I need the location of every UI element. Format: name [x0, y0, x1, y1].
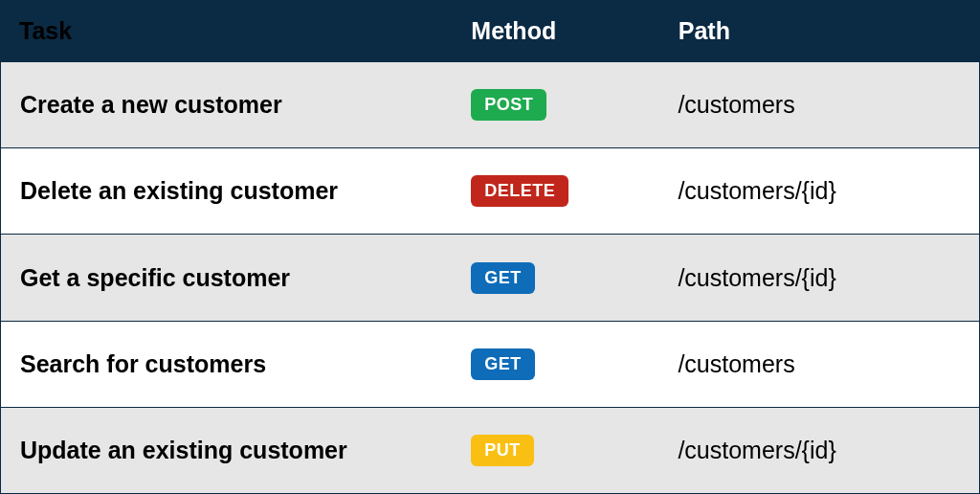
api-endpoints-table: Task Method Path Create a new customer P…: [0, 0, 980, 494]
table-row: Get a specific customer GET /customers/{…: [0, 235, 980, 321]
path-cell: /customers/{id}: [678, 177, 960, 205]
method-badge-get: GET: [471, 262, 535, 294]
header-path: Path: [679, 17, 961, 45]
method-cell: GET: [471, 262, 678, 294]
table-row: Update an existing customer PUT /custome…: [0, 408, 980, 494]
table-header: Task Method Path: [0, 0, 980, 62]
task-cell: Update an existing customer: [20, 437, 471, 464]
method-cell: DELETE: [471, 175, 678, 207]
method-badge-get: GET: [471, 348, 535, 380]
method-cell: GET: [471, 348, 678, 380]
task-cell: Search for customers: [20, 350, 471, 378]
table-row: Delete an existing customer DELETE /cust…: [0, 148, 980, 235]
path-cell: /customers/{id}: [678, 264, 960, 292]
method-badge-delete: DELETE: [471, 175, 568, 207]
task-cell: Get a specific customer: [20, 264, 471, 292]
path-cell: /customers: [678, 91, 960, 119]
table-row: Search for customers GET /customers: [0, 322, 980, 408]
path-cell: /customers/{id}: [678, 437, 960, 464]
path-cell: /customers: [678, 350, 960, 378]
header-task: Task: [19, 17, 471, 45]
task-cell: Create a new customer: [20, 91, 471, 119]
method-cell: POST: [471, 89, 678, 121]
header-method: Method: [471, 17, 678, 45]
method-badge-put: PUT: [471, 435, 534, 466]
task-cell: Delete an existing customer: [20, 177, 471, 205]
method-cell: PUT: [471, 435, 678, 466]
method-badge-post: POST: [471, 89, 546, 121]
table-row: Create a new customer POST /customers: [0, 62, 980, 148]
